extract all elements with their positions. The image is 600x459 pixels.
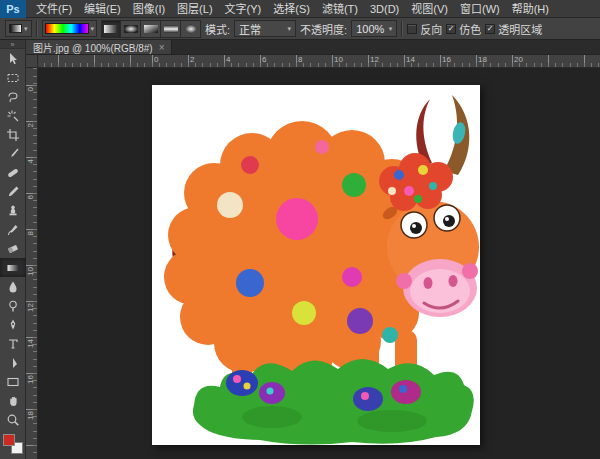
transparency-label: 透明区域	[498, 21, 542, 37]
gradient-tool-icon	[6, 261, 20, 275]
pen-tool[interactable]	[0, 315, 26, 334]
menu-bar: Ps 文件(F) 编辑(E) 图像(I) 图层(L) 文字(Y) 选择(S) 滤…	[0, 0, 600, 18]
opacity-select[interactable]: 100% ▾	[351, 20, 397, 37]
ruler-number: 0	[154, 56, 158, 64]
brush-tool[interactable]	[0, 182, 26, 201]
zoom-tool[interactable]	[0, 410, 26, 429]
menu-view[interactable]: 视图(V)	[405, 0, 454, 18]
menu-window[interactable]: 窗口(W)	[454, 0, 506, 18]
blend-mode-select[interactable]: 正常 ▾	[234, 20, 296, 37]
menu-help[interactable]: 帮助(H)	[506, 0, 555, 18]
angle-gradient-icon	[143, 23, 159, 35]
menu-image[interactable]: 图像(I)	[127, 0, 171, 18]
zoom-tool-icon	[6, 413, 20, 427]
blur-tool-icon	[6, 280, 20, 294]
radial-gradient-icon	[123, 23, 139, 35]
tool-preset-picker[interactable]: ▾	[5, 20, 32, 37]
document-tab-bar: 图片.jpg @ 100%(RGB/8#) ×	[26, 40, 600, 55]
ruler-number: 8	[27, 231, 35, 235]
ruler-corner	[26, 55, 38, 68]
ruler-number: 6	[27, 195, 35, 199]
menu-select[interactable]: 选择(S)	[267, 0, 316, 18]
path-selection-icon	[6, 356, 20, 370]
ruler-number: 12	[27, 303, 35, 312]
lasso-tool[interactable]	[0, 87, 26, 106]
gradient-sample	[45, 23, 89, 34]
lasso-tool-icon	[6, 90, 20, 104]
type-tool[interactable]	[0, 334, 26, 353]
mode-label: 模式:	[205, 21, 230, 37]
checkbox-box	[407, 24, 417, 34]
rectangular-marquee-tool[interactable]	[0, 68, 26, 87]
menu-file[interactable]: 文件(F)	[30, 0, 78, 18]
brush-tool-icon	[6, 185, 20, 199]
checkbox-box: ✓	[446, 24, 456, 34]
crop-tool[interactable]	[0, 125, 26, 144]
history-brush-tool[interactable]	[0, 220, 26, 239]
move-tool[interactable]	[0, 49, 26, 68]
horizontal-ruler[interactable]: 0 2 4 6 8 10 12 14 16 18 20	[38, 55, 600, 68]
checkmark-icon: ✓	[487, 25, 494, 33]
chevron-down-icon: ▾	[91, 25, 95, 33]
document-canvas[interactable]	[152, 85, 480, 445]
ruler-number: 16	[442, 56, 451, 64]
ruler-number: 0	[27, 87, 35, 91]
document-tab-title: 图片.jpg @ 100%(RGB/8#)	[33, 40, 153, 55]
cow-illustration	[152, 85, 480, 445]
magic-wand-tool[interactable]	[0, 106, 26, 125]
gradient-tool[interactable]	[0, 258, 26, 277]
clone-stamp-tool[interactable]	[0, 201, 26, 220]
tool-panel: »	[0, 40, 26, 459]
gradient-picker[interactable]: ▾	[42, 20, 98, 37]
foreground-color-swatch[interactable]	[3, 434, 15, 446]
options-bar: ▾ ▾ 模式: 正常 ▾	[0, 18, 600, 40]
chevron-down-icon: ▾	[24, 25, 28, 33]
dither-checkbox[interactable]: ✓ 仿色	[446, 21, 481, 37]
ruler-number: 4	[226, 56, 230, 64]
reflected-gradient-button[interactable]	[161, 20, 181, 38]
radial-gradient-button[interactable]	[121, 20, 141, 38]
ruler-number: 18	[478, 56, 487, 64]
ruler-number: 4	[27, 159, 35, 163]
path-selection-tool[interactable]	[0, 353, 26, 372]
divider	[401, 21, 403, 37]
gradient-preset-thumb-icon	[9, 24, 22, 33]
ruler-number: 14	[406, 56, 415, 64]
linear-gradient-button[interactable]	[101, 20, 121, 38]
collapse-panel-button[interactable]: »	[0, 40, 25, 49]
reverse-checkbox[interactable]: 反向	[407, 21, 442, 37]
eyedropper-icon	[6, 147, 20, 161]
ruler-number: 14	[27, 339, 35, 348]
menu-edit[interactable]: 编辑(E)	[78, 0, 127, 18]
ruler-number: 12	[370, 56, 379, 64]
dodge-tool[interactable]	[0, 296, 26, 315]
blur-tool[interactable]	[0, 277, 26, 296]
color-swatches	[3, 434, 23, 454]
linear-gradient-icon	[103, 23, 119, 35]
menu-layer[interactable]: 图层(L)	[171, 0, 218, 18]
angle-gradient-button[interactable]	[141, 20, 161, 38]
vertical-ruler[interactable]: 0 2 4 6 8 10 12 14 16 18	[26, 68, 38, 459]
marquee-tool-icon	[6, 71, 20, 85]
menu-3d[interactable]: 3D(D)	[364, 0, 405, 18]
shape-tool[interactable]	[0, 372, 26, 391]
close-tab-icon[interactable]: ×	[159, 42, 165, 53]
hand-tool[interactable]	[0, 391, 26, 410]
eyedropper-tool[interactable]	[0, 144, 26, 163]
opacity-value: 100%	[356, 23, 384, 35]
diamond-gradient-button[interactable]	[181, 20, 201, 38]
ruler-number: 8	[298, 56, 302, 64]
shape-tool-icon	[6, 375, 20, 389]
menu-type[interactable]: 文字(Y)	[219, 0, 268, 18]
transparency-checkbox[interactable]: ✓ 透明区域	[485, 21, 542, 37]
dither-label: 仿色	[459, 21, 481, 37]
type-tool-icon	[6, 337, 20, 351]
ruler-number: 2	[27, 123, 35, 127]
ruler-number: 20	[514, 56, 523, 64]
eraser-tool[interactable]	[0, 239, 26, 258]
ruler-number: 10	[334, 56, 343, 64]
document-tab[interactable]: 图片.jpg @ 100%(RGB/8#) ×	[26, 40, 172, 54]
menu-filter[interactable]: 滤镜(T)	[316, 0, 364, 18]
divider	[36, 21, 38, 37]
healing-brush-tool[interactable]	[0, 163, 26, 182]
